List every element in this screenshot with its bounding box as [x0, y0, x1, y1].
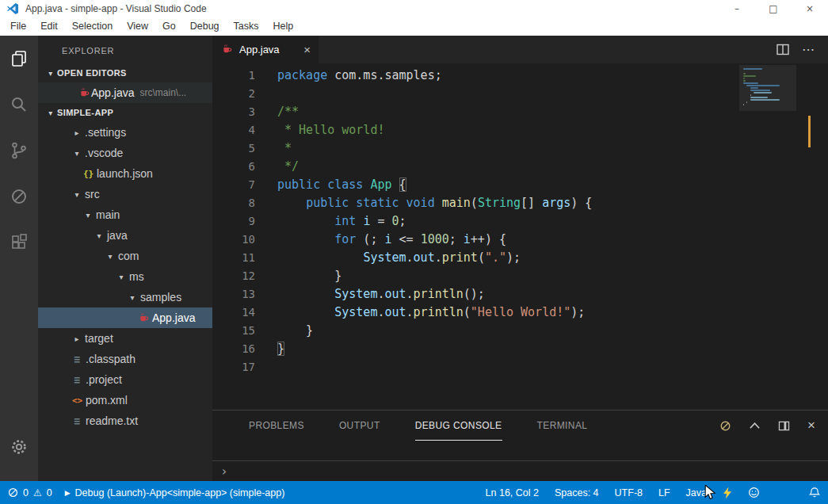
menu-edit[interactable]: Edit — [33, 17, 65, 36]
open-editor-item-app-java[interactable]: App.java src\main\... — [38, 82, 212, 103]
panel-tab-bar: PROBLEMS OUTPUT DEBUG CONSOLE TERMINAL — [212, 410, 828, 441]
source-control-icon[interactable] — [0, 128, 38, 174]
minimap[interactable] — [743, 68, 792, 109]
problems-status[interactable]: 0 ⚠ 0 — [8, 487, 52, 498]
cursor-position[interactable]: Ln 16, Col 2 — [486, 487, 539, 498]
extensions-icon[interactable] — [0, 220, 38, 265]
tab-debug-console[interactable]: DEBUG CONSOLE — [415, 410, 502, 441]
more-actions-icon[interactable]: ⋯ — [802, 42, 815, 57]
eol-setting[interactable]: LF — [658, 487, 670, 498]
debug-status[interactable]: ▶ Debug (Launch)-App<simple-app> (simple… — [65, 487, 285, 498]
lightning-icon[interactable] — [723, 487, 732, 499]
tree-item-readme-txt[interactable]: ≡readme.txt — [38, 410, 212, 431]
code-line[interactable]: 6 */ — [212, 158, 828, 176]
tab-output[interactable]: OUTPUT — [339, 410, 380, 441]
line-number[interactable]: 2 — [212, 85, 255, 103]
code-line[interactable]: 7public class App { — [212, 176, 828, 194]
line-number[interactable]: 17 — [212, 358, 255, 376]
tree-item-samples[interactable]: ▾samples — [38, 287, 212, 307]
tree-item-pom-xml[interactable]: <>pom.xml — [38, 390, 212, 410]
code-line[interactable]: 16} — [212, 340, 828, 358]
code-line[interactable]: 11 System.out.print("."); — [212, 249, 828, 267]
code-line[interactable]: 1package com.ms.samples; — [212, 67, 828, 85]
open-editors-header[interactable]: ▾ OPEN EDITORS — [38, 63, 212, 82]
debug-console-input[interactable]: › — [212, 460, 828, 481]
menu-help[interactable]: Help — [266, 17, 301, 36]
notifications-bell-icon[interactable] — [809, 487, 820, 498]
tab-terminal[interactable]: TERMINAL — [537, 410, 588, 441]
line-number[interactable]: 3 — [212, 103, 255, 121]
code-line[interactable]: 9 int i = 0; — [212, 212, 828, 231]
tree-item-target[interactable]: ▸target — [38, 328, 212, 349]
line-number[interactable]: 8 — [212, 194, 255, 212]
line-number[interactable]: 1 — [212, 67, 255, 85]
explorer-icon[interactable] — [0, 36, 38, 82]
close-window-button[interactable]: × — [792, 0, 828, 17]
tree-item-classpath[interactable]: ≡.classpath — [38, 349, 212, 369]
close-panel-icon[interactable]: × — [807, 418, 815, 433]
code-line[interactable]: 8 public static void main(String[] args)… — [212, 194, 828, 212]
line-number[interactable]: 13 — [212, 285, 255, 304]
toggle-panel-layout-icon[interactable] — [778, 421, 790, 431]
tree-item-launch-json[interactable]: {}launch.json — [38, 163, 212, 184]
line-number[interactable]: 5 — [212, 139, 255, 158]
project-root-header[interactable]: ▾ SIMPLE-APP — [38, 103, 212, 122]
code-line[interactable]: 10 for (; i <= 1000; i++) { — [212, 231, 828, 249]
code-editor[interactable]: 1package com.ms.samples;23/**4 * Hello w… — [212, 63, 828, 410]
line-number[interactable]: 7 — [212, 176, 255, 194]
indentation-setting[interactable]: Spaces: 4 — [555, 487, 599, 498]
code-line[interactable]: 13 System.out.println(); — [212, 285, 828, 304]
code-line[interactable]: 14 System.out.println("Hello World!"); — [212, 304, 828, 322]
tree-item-settings[interactable]: ▸.settings — [38, 122, 212, 143]
settings-gear-icon[interactable] — [0, 424, 38, 470]
feedback-smiley-icon[interactable] — [748, 487, 760, 498]
tree-item-src[interactable]: ▾src — [38, 184, 212, 204]
menu-tasks[interactable]: Tasks — [227, 17, 266, 36]
line-number[interactable]: 10 — [212, 231, 255, 249]
tab-app-java[interactable]: App.java × — [212, 36, 319, 63]
line-number[interactable]: 11 — [212, 249, 255, 267]
tree-item-app-java[interactable]: App.java — [38, 307, 212, 328]
debug-icon[interactable] — [0, 174, 38, 220]
menu-debug[interactable]: Debug — [183, 17, 227, 36]
menu-file[interactable]: File — [3, 17, 33, 36]
clear-console-icon[interactable] — [719, 420, 731, 432]
line-number[interactable]: 14 — [212, 304, 255, 322]
line-number[interactable]: 15 — [212, 322, 255, 340]
debug-status-label: Debug (Launch)-App<simple-app> (simple-a… — [75, 487, 285, 498]
menu-go[interactable]: Go — [155, 17, 183, 36]
code-line[interactable]: 3/** — [212, 103, 828, 121]
close-tab-icon[interactable]: × — [303, 43, 311, 56]
tree-item-com[interactable]: ▾com — [38, 246, 212, 266]
chevron-down-icon: ▾ — [82, 211, 94, 220]
code-line[interactable]: 15 } — [212, 322, 828, 340]
vscode-window: App.java - simple-app - Visual Studio Co… — [0, 0, 828, 504]
maximize-button[interactable]: □ — [755, 0, 792, 17]
tree-item-vscode[interactable]: ▾.vscode — [38, 143, 212, 163]
line-number[interactable]: 6 — [212, 158, 255, 176]
code-line[interactable]: 17 — [212, 358, 828, 376]
maximize-panel-chevron-icon[interactable] — [749, 422, 761, 430]
tree-item-project[interactable]: ≡.project — [38, 369, 212, 390]
line-number[interactable]: 16 — [212, 340, 255, 358]
menu-selection[interactable]: Selection — [65, 17, 120, 36]
tree-item-main[interactable]: ▾main — [38, 204, 212, 225]
tree-item-java[interactable]: ▾java — [38, 225, 212, 246]
search-icon[interactable] — [0, 82, 38, 128]
menu-view[interactable]: View — [120, 17, 155, 36]
code-line[interactable]: 12 } — [212, 267, 828, 285]
minimap-line — [746, 101, 747, 103]
split-editor-icon[interactable] — [776, 44, 789, 55]
encoding-setting[interactable]: UTF-8 — [615, 487, 643, 498]
tree-item-ms[interactable]: ▾ms — [38, 266, 212, 287]
line-number[interactable]: 4 — [212, 121, 255, 139]
code-line[interactable]: 4 * Hello world! — [212, 121, 828, 139]
tab-problems[interactable]: PROBLEMS — [249, 410, 304, 441]
line-number[interactable]: 9 — [212, 212, 255, 231]
code-line[interactable]: 5 * — [212, 139, 828, 158]
chevron-down-icon: ▾ — [71, 149, 83, 158]
chevron-down-icon: ▾ — [71, 190, 83, 199]
line-number[interactable]: 12 — [212, 267, 255, 285]
code-line[interactable]: 2 — [212, 85, 828, 103]
minimize-button[interactable]: – — [719, 0, 755, 17]
